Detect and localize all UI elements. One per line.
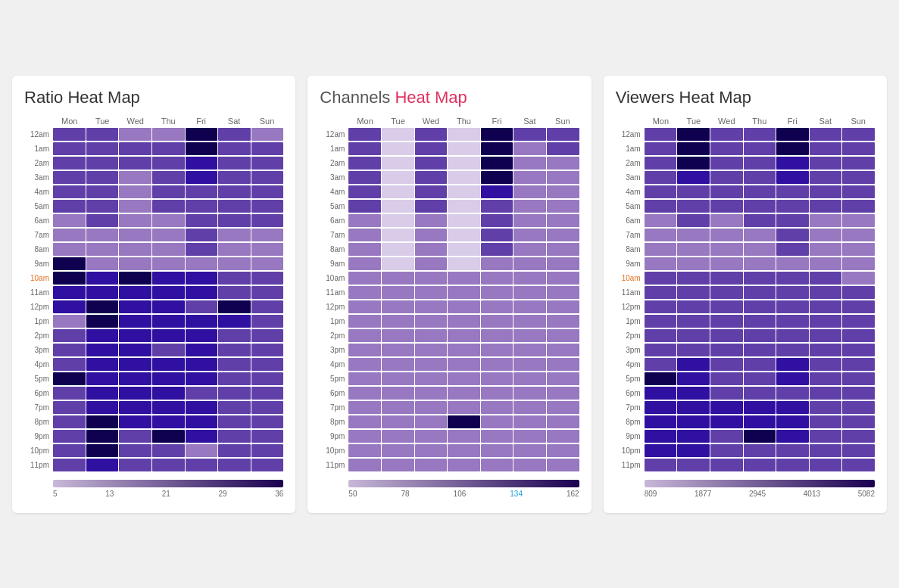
heatmap-cell — [481, 142, 513, 155]
cells — [348, 157, 579, 170]
heatmap-cell — [842, 300, 875, 313]
heatmap-row: 5pm — [616, 372, 875, 386]
heatmap-cell — [744, 344, 776, 356]
heatmap-cell — [513, 372, 546, 385]
heatmap-cell — [710, 387, 743, 400]
heatmap-cell — [513, 344, 546, 356]
heatmap-cell — [152, 430, 185, 443]
cells — [348, 272, 579, 285]
heatmap-cell — [152, 243, 185, 256]
heatmap-cell — [251, 286, 284, 299]
heatmap-cell — [810, 401, 842, 414]
heatmap-cell — [645, 157, 677, 170]
day-header: Wed — [119, 117, 151, 126]
heatmap-cell — [382, 214, 414, 227]
legend: 8091877294540135082 — [645, 480, 875, 498]
heatmap-cell — [842, 257, 875, 270]
heatmap-cell — [218, 401, 251, 414]
heatmap-cell — [119, 200, 151, 213]
heatmap-cell — [744, 229, 776, 241]
heatmap-cell — [119, 142, 151, 155]
heatmap-cell — [710, 272, 743, 285]
heatmap-cell — [348, 387, 381, 400]
heatmap-cell — [218, 358, 251, 371]
heatmap-cell — [710, 243, 743, 256]
heatmap-cell — [348, 286, 381, 299]
heatmap-cell — [776, 257, 809, 270]
heatmap-cell — [842, 329, 875, 342]
heatmap-cell — [119, 358, 151, 371]
day-header: Tue — [86, 117, 118, 126]
row-label: 3am — [616, 173, 645, 182]
heatmap-cell — [415, 344, 448, 356]
cells — [53, 459, 283, 471]
heatmap-cell — [547, 430, 579, 443]
heatmap-cell — [710, 257, 743, 270]
heatmap-cell — [677, 415, 710, 428]
heatmap-row: 5pm — [320, 372, 579, 386]
heatmap-cell — [382, 387, 414, 400]
heatmap-cell — [415, 315, 448, 328]
heatmap-cell — [842, 229, 875, 241]
legend-label: 134 — [510, 490, 523, 498]
heatmap-cell — [448, 171, 480, 184]
heatmap-cell — [186, 214, 218, 227]
heatmap-cell — [53, 171, 86, 184]
heatmap-cell — [776, 200, 809, 213]
heatmap-cell — [186, 415, 218, 428]
heatmap-cell — [842, 214, 875, 227]
heatmap-cell — [382, 344, 414, 356]
heatmap-cell — [53, 257, 86, 270]
heatmap-cell — [251, 329, 284, 342]
heatmap-cell — [842, 430, 875, 443]
legend-label: 29 — [219, 490, 227, 498]
heatmap-cell — [186, 344, 218, 356]
heatmap-cell — [218, 300, 251, 313]
heatmap-cell — [152, 185, 185, 198]
heatmap-cell — [348, 444, 381, 457]
row-label: 8pm — [24, 418, 53, 426]
heatmap-cell — [152, 128, 185, 141]
row-label: 11pm — [24, 461, 53, 469]
heatmap-cell — [645, 358, 677, 371]
heatmap-cell — [481, 387, 513, 400]
heatmap-cell — [481, 415, 513, 428]
cells — [348, 185, 579, 198]
heatmap-row: 3am — [616, 171, 875, 185]
heatmap-cell — [218, 387, 251, 400]
heatmap-cell — [251, 214, 284, 227]
heatmap-cell — [744, 142, 776, 155]
heatmap-cell — [645, 272, 677, 285]
heatmap-cell — [186, 372, 218, 385]
heatmap-cell — [152, 200, 185, 213]
heatmap-row: 9pm — [616, 430, 875, 443]
heatmap-cell — [677, 430, 710, 443]
heatmap-row: 2am — [320, 157, 579, 170]
heatmap-row: 3pm — [616, 344, 875, 357]
row-label: 4pm — [320, 360, 348, 369]
heatmap-cell — [251, 415, 284, 428]
heatmap-cell — [152, 157, 185, 170]
heatmap-cell — [53, 459, 86, 471]
heatmap-cell — [86, 214, 119, 227]
heatmap-cell — [810, 257, 842, 270]
row-label: 12am — [24, 130, 53, 138]
heatmap-cell — [448, 430, 480, 443]
heatmap-cell — [152, 415, 185, 428]
row-label: 11am — [24, 288, 53, 297]
heatmap-cell — [744, 329, 776, 342]
heatmap-cell — [415, 272, 448, 285]
heatmap-cell — [119, 344, 151, 356]
heatmap-cell — [547, 142, 579, 155]
heatmap-cell — [415, 128, 448, 141]
cells — [348, 344, 579, 356]
heatmap-cell — [86, 272, 119, 285]
heatmap-cell — [415, 229, 448, 241]
heatmap-row: 8pm — [616, 415, 875, 429]
row-label: 3am — [320, 173, 348, 182]
heatmap-cell — [481, 272, 513, 285]
heatmap-row: 7pm — [320, 401, 579, 415]
row-label: 7pm — [320, 403, 348, 412]
heatmap-row: 2am — [616, 157, 875, 170]
heatmap-cell — [645, 243, 677, 256]
